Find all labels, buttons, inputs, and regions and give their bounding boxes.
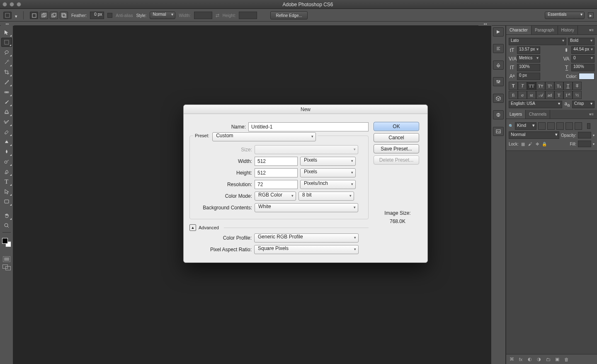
adjustments-panel-icon[interactable] (493, 77, 504, 86)
subscript-btn-icon[interactable]: T₁ (554, 82, 563, 90)
lock-position-icon[interactable]: ✥ (534, 141, 540, 147)
tool-preset-dropdown[interactable]: ▾ (15, 14, 20, 17)
tab-history[interactable]: History (558, 26, 578, 34)
bold-btn-icon[interactable]: T (509, 82, 518, 90)
layers-panel-menu-icon[interactable]: ▾≡ (586, 110, 597, 119)
subtract-selection-icon[interactable] (50, 12, 58, 19)
dodge-tool-icon[interactable] (1, 157, 12, 166)
panel-toggle-icon[interactable]: ▸ (588, 12, 594, 18)
layer-filter-select[interactable]: Kind (515, 122, 536, 130)
blur-tool-icon[interactable] (1, 147, 12, 156)
picture-panel-icon[interactable] (493, 127, 504, 136)
advanced-toggle[interactable]: ▲ Advanced (189, 224, 369, 231)
workspace-select[interactable]: Essentials (545, 12, 585, 19)
tab-layers[interactable]: Layers (506, 110, 526, 119)
left-expand-tab[interactable]: ▸▸ (1, 22, 14, 26)
width-input[interactable] (255, 157, 298, 166)
adjustment-layer-icon[interactable]: ◑ (536, 357, 542, 362)
gradient-tool-icon[interactable] (1, 137, 12, 146)
resolution-input[interactable] (255, 180, 298, 189)
zoom-tool-icon[interactable] (1, 221, 12, 230)
link-layers-icon[interactable]: ⌘ (509, 357, 514, 362)
eraser-tool-icon[interactable] (1, 127, 12, 136)
filter-shape-icon[interactable] (565, 122, 573, 130)
italic-btn-icon[interactable]: T (518, 82, 527, 90)
leading-input[interactable]: 44.54 px (571, 46, 595, 54)
st-btn-icon[interactable]: st (527, 91, 536, 99)
group-icon[interactable]: 🗀 (545, 357, 551, 362)
delete-layer-icon[interactable]: 🗑 (563, 357, 569, 362)
path-select-tool-icon[interactable] (1, 187, 12, 196)
smallcaps-btn-icon[interactable]: Tᴛ (536, 82, 545, 90)
opacity-input[interactable] (578, 132, 591, 138)
lock-all-icon[interactable]: 🔒 (541, 141, 547, 147)
ok-button[interactable]: OK (374, 122, 419, 131)
filter-adjust-icon[interactable] (547, 122, 555, 130)
tab-paragraph[interactable]: Paragraph (531, 26, 558, 34)
font-style-select[interactable]: Bold (568, 38, 595, 45)
swatches-panel-icon[interactable] (493, 61, 504, 70)
stamp-tool-icon[interactable] (1, 107, 12, 116)
cube-panel-icon[interactable] (493, 94, 504, 103)
tab-character[interactable]: Character (506, 26, 531, 34)
lock-pixels-icon[interactable]: 🖌 (527, 141, 533, 147)
save-preset-button[interactable]: Save Preset... (374, 144, 419, 153)
zoom-dot[interactable] (17, 2, 21, 7)
new-selection-icon[interactable] (30, 12, 38, 19)
filter-smart-icon[interactable] (575, 122, 582, 130)
hscale-input[interactable]: 100% (571, 64, 595, 71)
style-select[interactable]: Normal (150, 12, 175, 19)
lasso-tool-icon[interactable] (1, 48, 12, 57)
baseline-input[interactable]: 0 px (517, 73, 540, 80)
antialias-select[interactable]: Crisp (572, 101, 595, 108)
new-layer-icon[interactable]: ▣ (554, 357, 560, 362)
language-select[interactable]: English: USA (509, 101, 562, 108)
heal-tool-icon[interactable] (1, 87, 12, 97)
name-input[interactable] (248, 122, 369, 131)
eyedropper-tool-icon[interactable] (1, 78, 12, 87)
current-tool-icon[interactable] (3, 12, 12, 19)
tracking-input[interactable]: 0 (571, 55, 595, 63)
allcaps-btn-icon[interactable]: TT (527, 82, 536, 90)
color-swatches[interactable] (2, 238, 11, 247)
filter-toggle[interactable] (587, 123, 590, 129)
swash-btn-icon[interactable]: 𝒜 (536, 91, 545, 99)
hand-tool-icon[interactable] (1, 211, 12, 220)
marquee-tool-icon[interactable] (1, 38, 12, 47)
right-expand-tab[interactable]: ◂◂ (478, 22, 492, 26)
circle-panel-icon[interactable] (493, 110, 504, 119)
shape-tool-icon[interactable] (1, 197, 12, 206)
width-unit-select[interactable]: Pixels (300, 157, 356, 166)
add-selection-icon[interactable] (40, 12, 48, 19)
cancel-button[interactable]: Cancel (374, 133, 419, 142)
quickmask-icon[interactable] (3, 256, 10, 262)
height-input[interactable] (255, 168, 298, 177)
close-dot[interactable] (2, 2, 7, 7)
move-tool-icon[interactable] (1, 28, 12, 37)
history-brush-tool-icon[interactable] (1, 117, 12, 126)
pen-tool-icon[interactable] (1, 167, 12, 176)
bgcontents-select[interactable]: White (255, 203, 358, 212)
foreground-color-swatch[interactable] (2, 238, 8, 244)
paragraph-panel-icon[interactable] (493, 44, 504, 53)
vscale-input[interactable]: 100% (517, 64, 540, 71)
font-size-input[interactable]: 13.57 px (517, 46, 540, 54)
screenmode-icon[interactable] (2, 265, 11, 270)
par-select[interactable]: Square Pixels (254, 245, 359, 254)
superscript-btn-icon[interactable]: T¹ (545, 82, 554, 90)
underline-btn-icon[interactable]: T (563, 82, 573, 90)
fi-btn-icon[interactable]: fi (509, 91, 518, 99)
refine-edge-button[interactable]: Refine Edge... (270, 11, 307, 19)
play-icon[interactable] (493, 27, 504, 36)
fraction-btn-icon[interactable]: ½ (573, 91, 582, 99)
strike-btn-icon[interactable]: T (573, 82, 582, 90)
fill-input[interactable] (578, 141, 591, 147)
sigma-btn-icon[interactable]: σ (518, 91, 527, 99)
minimize-dot[interactable] (10, 2, 14, 7)
wand-tool-icon[interactable] (1, 58, 12, 67)
filter-type-icon[interactable] (556, 122, 564, 130)
height-unit-select[interactable]: Pixels (300, 168, 356, 177)
tab-channels[interactable]: Channels (526, 110, 550, 119)
filter-pixel-icon[interactable] (538, 122, 546, 130)
feather-input[interactable]: 0 px (90, 12, 104, 19)
